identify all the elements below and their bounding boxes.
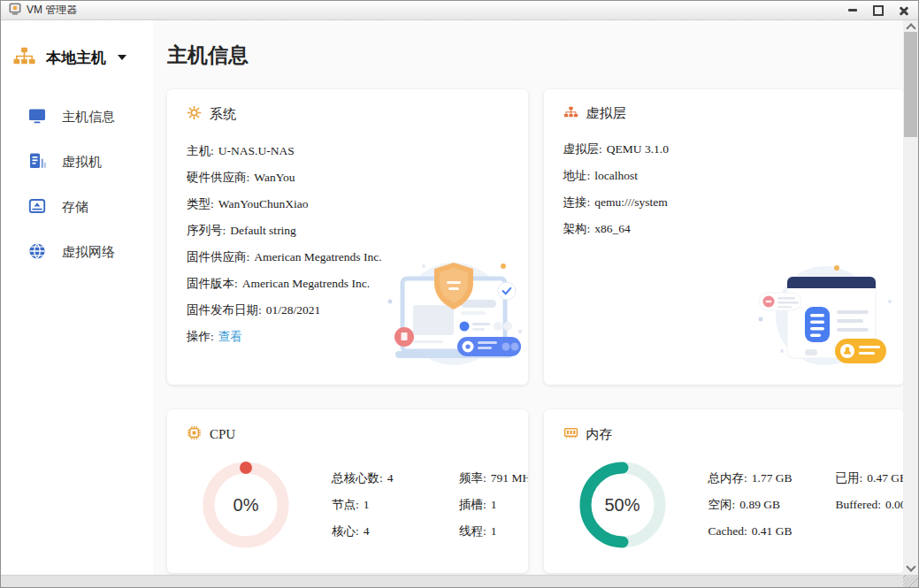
sidebar-item-host-info[interactable]: 主机信息 — [1, 95, 153, 140]
info-row: 类型:WanYouChunXiao — [187, 191, 509, 218]
vm-list-icon — [27, 151, 47, 173]
sidebar-item-virtual-machines[interactable]: 虚拟机 — [1, 140, 153, 185]
info-row: 地址:localhost — [563, 163, 885, 189]
maximize-button[interactable] — [872, 4, 885, 17]
gear-icon — [187, 105, 202, 124]
document-window-illustration — [755, 261, 895, 374]
info-row: 固件发布日期:01/28/2021 — [187, 297, 509, 324]
memory-card: 内存 50% 总内存:1.77 GB — [544, 409, 905, 573]
info-row: 硬件供应商:WanYou — [187, 164, 509, 191]
page-title: 主机信息 — [167, 42, 904, 69]
cpu-usage-gauge: 0% — [199, 458, 293, 552]
vertical-scrollbar-thumb[interactable] — [904, 32, 917, 137]
window-title: VM 管理器 — [27, 3, 77, 18]
sidebar-item-storage[interactable]: 存储 — [1, 185, 153, 230]
stat-row: 总内存:1.77 GB — [708, 465, 813, 492]
cpu-card: CPU 0% 总核心数:4 — [167, 409, 528, 573]
cpu-chip-icon — [187, 425, 202, 444]
topology-icon — [563, 106, 578, 121]
stat-row: 空闲:0.89 GB — [708, 492, 813, 518]
vertical-scrollbar[interactable] — [903, 20, 918, 575]
memory-usage-percent: 50% — [576, 458, 670, 552]
sidebar-item-label: 主机信息 — [62, 109, 115, 126]
sidebar-item-virtual-networks[interactable]: 虚拟网络 — [1, 230, 153, 275]
card-title: 系统 — [210, 106, 236, 123]
info-row: 主机:U-NAS.U-NAS — [187, 138, 509, 164]
app-window: VM 管理器 本地主机 — [0, 0, 919, 588]
stat-row: 插槽:1 — [459, 492, 528, 518]
sidebar-item-label: 存储 — [62, 199, 88, 216]
storage-drive-icon — [27, 196, 47, 218]
stat-row: 频率:791 MHz — [459, 465, 528, 492]
cpu-usage-percent: 0% — [199, 458, 293, 552]
stat-row: Buffered:0.00 GB — [836, 492, 905, 518]
close-button[interactable] — [898, 4, 910, 17]
action-row: 操作: 查看 — [187, 324, 509, 350]
stat-row: 线程:1 — [459, 518, 528, 545]
stat-row: 核心:4 — [332, 518, 436, 545]
card-title: CPU — [210, 427, 235, 442]
memory-usage-gauge: 50% — [576, 458, 670, 552]
view-link[interactable]: 查看 — [218, 329, 242, 345]
scroll-down-arrow-icon[interactable] — [903, 561, 918, 575]
sidebar: 本地主机 主机信息 — [1, 20, 153, 575]
ram-icon — [563, 425, 578, 444]
monitor-icon — [27, 106, 47, 128]
stat-row: 已用:0.47 GB — [836, 465, 905, 492]
chevron-down-icon — [118, 55, 126, 60]
main-content: 主机信息 系统 — [153, 20, 918, 575]
info-row: 固件供应商:American Megatrends Inc. — [187, 244, 509, 271]
host-selector-label: 本地主机 — [46, 48, 106, 68]
hypervisor-card: 虚拟层 虚拟层:QEMU 3.1.0 地址:localhost 连接:qemu:… — [544, 89, 905, 385]
topology-icon — [12, 47, 36, 68]
info-row: 虚拟层:QEMU 3.1.0 — [563, 136, 885, 163]
card-title: 虚拟层 — [586, 105, 626, 122]
stat-row: 节点:1 — [332, 492, 436, 518]
host-selector[interactable]: 本地主机 — [1, 47, 153, 68]
titlebar[interactable]: VM 管理器 — [1, 1, 918, 20]
system-card: 系统 主机:U-NAS.U-NAS 硬件供应商:WanYou 类型:WanYou… — [167, 89, 528, 385]
info-row: 序列号:Default string — [187, 218, 509, 244]
sidebar-item-label: 虚拟网络 — [62, 244, 115, 261]
info-row: 连接:qemu:///system — [563, 189, 885, 216]
sidebar-item-label: 虚拟机 — [62, 154, 102, 171]
horizontal-scrollbar[interactable] — [1, 575, 903, 587]
stat-row: Cached:0.41 GB — [708, 518, 813, 545]
minimize-button[interactable] — [846, 4, 859, 17]
resize-grip[interactable] — [903, 575, 918, 587]
stat-row: 总核心数:4 — [332, 465, 436, 492]
info-row: 架构:x86_64 — [563, 216, 885, 242]
info-row: 固件版本:American Megatrends Inc. — [187, 271, 509, 297]
card-title: 内存 — [586, 426, 613, 443]
network-globe-icon — [27, 241, 47, 263]
app-icon — [9, 3, 21, 19]
